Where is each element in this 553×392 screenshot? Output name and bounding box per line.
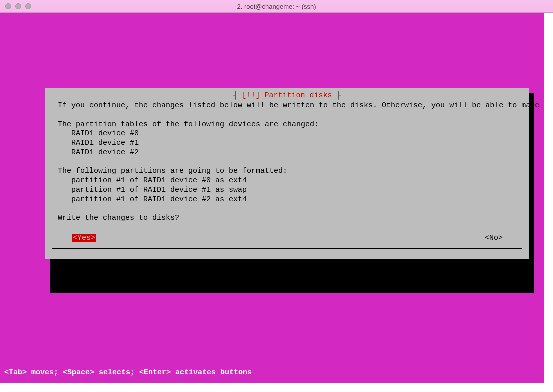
list-item: partition #1 of RAID1 device #1 as swap <box>58 186 517 196</box>
device-name: RAID1 device #0 <box>71 130 139 138</box>
format-heading: The following partitions are going to be… <box>58 167 517 176</box>
blank-line <box>58 158 517 168</box>
partition-name: partition #1 of RAID1 device #2 as ext4 <box>71 196 247 204</box>
app-window: 2. root@changeme: ~ (ssh) ┤ [!!] Partiti… <box>0 0 553 392</box>
window-controls <box>5 4 31 10</box>
dialog-border-top: ┤ [!!] Partition disks ├ <box>52 96 522 96</box>
window-title: 2. root@changeme: ~ (ssh) <box>4 3 549 10</box>
dialog-buttons: <Yes> <No> <box>58 233 517 244</box>
changed-heading: The partition tables of the following de… <box>58 120 517 130</box>
no-button[interactable]: <No> <box>485 234 503 242</box>
dialog-intro: If you continue, the changes listed belo… <box>58 102 517 111</box>
list-item: partition #1 of RAID1 device #0 as ext4 <box>58 176 517 186</box>
device-name: RAID1 device #1 <box>71 139 139 148</box>
blank-line <box>58 224 517 233</box>
partition-name: partition #1 of RAID1 device #0 as ext4 <box>71 176 247 185</box>
titlebar: 2. root@changeme: ~ (ssh) <box>0 0 553 13</box>
dialog-title-tick: ┤ <box>233 92 242 100</box>
yes-button[interactable]: <Yes> <box>72 234 96 242</box>
list-item: RAID1 device #2 <box>58 148 517 158</box>
device-name: RAID1 device #2 <box>71 148 139 157</box>
list-item: RAID1 device #0 <box>58 130 517 139</box>
dialog-title-text: Partition disks <box>265 92 332 100</box>
blank-line <box>58 111 517 120</box>
terminal-area[interactable]: ┤ [!!] Partition disks ├ If you continue… <box>0 13 553 392</box>
close-icon[interactable] <box>5 4 11 10</box>
blank-line <box>58 204 517 214</box>
dialog-border-bottom <box>52 248 522 249</box>
list-item: partition #1 of RAID1 device #2 as ext4 <box>58 196 517 205</box>
list-item: RAID1 device #1 <box>58 139 517 148</box>
dialog-title: ┤ [!!] Partition disks ├ <box>230 92 344 101</box>
dialog-title-tick: ├ <box>332 92 341 100</box>
minimize-icon[interactable] <box>15 4 21 10</box>
keyboard-hint: <Tab> moves; <Space> selects; <Enter> ac… <box>4 368 252 377</box>
zoom-icon[interactable] <box>25 4 31 10</box>
partition-name: partition #1 of RAID1 device #1 as swap <box>71 186 247 194</box>
dialog-question: Write the changes to disks? <box>58 214 517 224</box>
dialog-body: If you continue, the changes listed belo… <box>52 102 522 244</box>
partition-dialog: ┤ [!!] Partition disks ├ If you continue… <box>45 88 529 259</box>
alert-icon: [!!] <box>242 92 260 100</box>
